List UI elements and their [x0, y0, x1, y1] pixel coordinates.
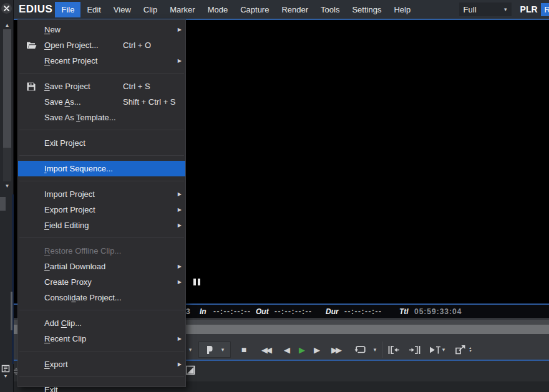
submenu-arrow-icon: ▶ — [172, 58, 182, 64]
close-icon[interactable] — [1, 3, 12, 14]
menu-item-label: Export Project — [44, 205, 123, 214]
ttl-value: 05:59:33:04 — [414, 307, 462, 316]
menu-separator — [18, 372, 185, 382]
file-menu: New▶Open Project...Ctrl + ORecent Projec… — [17, 19, 186, 387]
menu-item-create-proxy[interactable]: Create Proxy▶ — [18, 274, 185, 290]
menubar-item-help[interactable]: Help — [387, 2, 417, 17]
rewind-button[interactable]: ◀◀ — [257, 340, 274, 360]
menu-item-label: Export — [44, 360, 123, 369]
menu-item-open-project[interactable]: Open Project...Ctrl + O — [18, 37, 185, 53]
menubar-item-marker[interactable]: Marker — [163, 2, 201, 17]
menubar-item-capture[interactable]: Capture — [234, 2, 275, 17]
submenu-arrow-icon: ▶ — [172, 279, 182, 285]
menu-item-import-project[interactable]: Import Project▶ — [18, 186, 185, 202]
menu-item-save-as[interactable]: Save As...Shift + Ctrl + S — [18, 94, 185, 110]
fast-forward-button[interactable]: ▶▶ — [327, 340, 344, 360]
edius-window: 3 In --:--:--:-- Out --:--:--:-- Dur --:… — [0, 0, 549, 392]
menu-item-export-project[interactable]: Export Project▶ — [18, 202, 185, 218]
export-updown-icon[interactable]: ▴▾ — [469, 347, 471, 353]
menu-item-label: Save As Template... — [44, 113, 123, 122]
pause-icon — [193, 279, 200, 285]
export-button[interactable] — [453, 340, 469, 360]
submenu-arrow-icon: ▶ — [172, 27, 182, 32]
menu-item-recent-clip[interactable]: Recent Clip▶ — [18, 331, 185, 347]
menubar-item-tools[interactable]: Tools — [314, 2, 346, 17]
menubar-item-file[interactable]: File — [55, 2, 80, 17]
folder-open-icon — [18, 41, 44, 49]
sequence-list-button[interactable]: ▼ — [1, 364, 11, 378]
in-label: In — [200, 307, 206, 316]
submenu-arrow-icon: ▶ — [172, 222, 182, 228]
scrollbar-track[interactable] — [3, 29, 11, 148]
export-icon — [455, 345, 467, 355]
goto-in-icon — [387, 345, 400, 355]
chevron-down-icon: ▼ — [1, 374, 11, 378]
toolbar-separator — [382, 342, 382, 358]
play-button[interactable]: ▶ — [294, 340, 309, 360]
menu-item-save-as-template[interactable]: Save As Template... — [18, 110, 185, 125]
goto-out-point-button[interactable] — [407, 340, 423, 360]
loop-playback-button[interactable] — [353, 340, 368, 360]
menu-item-import-sequence[interactable]: Import Sequence... — [18, 161, 185, 176]
menu-item-restore-offline-clip[interactable]: Restore Offline Clip... — [18, 243, 185, 259]
chevron-down-icon[interactable]: ▾ — [218, 340, 227, 360]
menu-item-label: Restore Offline Clip... — [44, 246, 123, 256]
scroll-up-icon[interactable]: ▲ — [3, 22, 11, 29]
panel-scroll-thumb[interactable] — [11, 292, 12, 330]
menu-item-label: Add Clip... — [44, 318, 123, 328]
menu-item-consolidate-project[interactable]: Consolidate Project... — [18, 290, 185, 305]
edius-logo: EDIUS — [19, 3, 52, 16]
menu-item-save-project[interactable]: Save ProjectCtrl + S — [18, 79, 185, 94]
menu-item-label: Partial Download — [44, 262, 123, 271]
chevron-down-icon[interactable]: ▾ — [371, 340, 379, 360]
menubar-item-edit[interactable]: Edit — [80, 2, 107, 17]
chevron-down-icon[interactable]: ▾ — [439, 340, 448, 360]
menu-item-exit[interactable]: Exit — [18, 382, 185, 392]
scrollbar-thumb[interactable] — [3, 148, 11, 181]
menu-item-partial-download[interactable]: Partial Download▶ — [18, 259, 185, 274]
goto-out-icon — [409, 345, 421, 355]
plr-badge[interactable]: R — [541, 3, 549, 16]
menubar-item-view[interactable]: View — [107, 2, 137, 17]
menu-item-label: Field Editing — [44, 221, 123, 230]
submenu-arrow-icon: ▶ — [172, 361, 182, 367]
stop-button[interactable]: ■ — [238, 340, 250, 360]
menu-item-label: Create Proxy — [44, 277, 123, 287]
dur-label: Dur — [326, 307, 339, 316]
toggle-preview-icon[interactable] — [185, 365, 195, 378]
menu-item-add-clip[interactable]: Add Clip... — [18, 315, 185, 331]
add-marker-button[interactable] — [203, 340, 215, 360]
menubar-item-mode[interactable]: Mode — [202, 2, 235, 17]
menubar-item-clip[interactable]: Clip — [137, 2, 163, 17]
out-value: --:--:--:-- — [274, 307, 312, 316]
previous-frame-button[interactable]: ◀ — [282, 340, 292, 360]
menu-item-exit-project[interactable]: Exit Project — [18, 135, 185, 151]
menu-item-label: Exit — [44, 385, 123, 392]
menu-separator — [18, 305, 185, 315]
chevron-down-icon[interactable]: ▾ — [186, 340, 195, 360]
menu-item-field-editing[interactable]: Field Editing▶ — [18, 218, 185, 233]
save-icon — [18, 82, 44, 91]
submenu-arrow-icon: ▶ — [172, 264, 182, 269]
menu-item-label: Save As... — [44, 97, 123, 107]
menu-separator — [18, 233, 185, 243]
goto-in-point-button[interactable] — [386, 340, 402, 360]
menu-bar: EDIUS FileEditViewClipMarkerModeCaptureR… — [14, 0, 549, 19]
menu-item-label: Consolidate Project... — [44, 293, 123, 302]
menu-item-export[interactable]: Export▶ — [18, 356, 185, 372]
ttl-label: Ttl — [399, 307, 409, 316]
scroll-down-icon[interactable]: ▼ — [3, 183, 11, 189]
menu-item-label: Import Sequence... — [44, 164, 123, 173]
next-frame-button[interactable]: ▶ — [312, 340, 322, 360]
menu-item-recent-project[interactable]: Recent Project▶ — [18, 53, 185, 69]
menu-separator — [18, 176, 185, 186]
submenu-arrow-icon: ▶ — [172, 207, 182, 213]
chevron-down-icon: ▾ — [504, 6, 507, 12]
menu-separator — [18, 151, 185, 161]
zoom-level-select[interactable]: Full ▾ — [459, 2, 512, 16]
menubar-item-settings[interactable]: Settings — [346, 2, 387, 17]
menubar-item-render[interactable]: Render — [275, 2, 314, 17]
panel-fragment — [0, 197, 6, 211]
menu-item-label: Save Project — [44, 82, 123, 91]
menu-item-new[interactable]: New▶ — [18, 22, 185, 37]
